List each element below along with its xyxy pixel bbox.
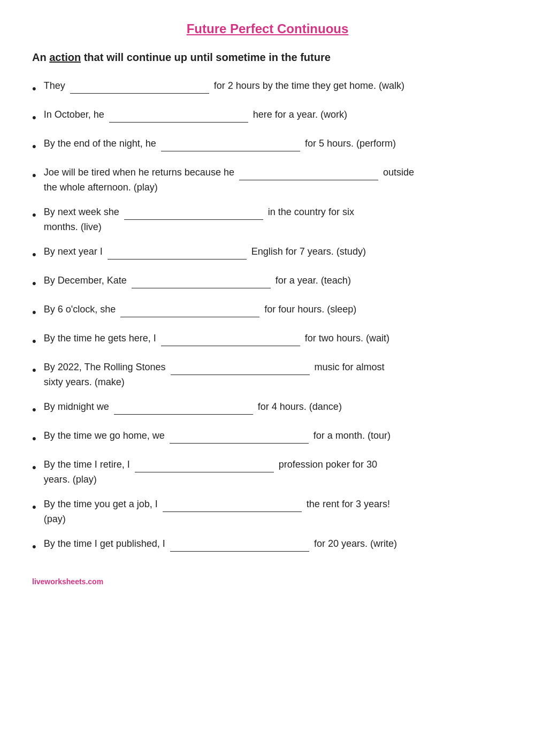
sentence-content: In October, he here for a year. (work)	[44, 108, 503, 123]
answer-blank[interactable]	[109, 110, 248, 123]
bullet: •	[32, 80, 36, 98]
sentence-left: By 6 o'clock, she	[44, 304, 116, 315]
answer-blank[interactable]	[171, 363, 310, 375]
list-item: • In October, he here for a year. (work)	[32, 108, 503, 127]
sentence-left: By next week she	[44, 207, 119, 217]
answer-blank[interactable]	[161, 139, 300, 151]
sentence-content: Joe will be tired when he returns becaus…	[44, 165, 503, 195]
subtitle: An action that will continue up until so…	[32, 51, 503, 64]
sentence-content: By 6 o'clock, she for four hours. (sleep…	[44, 302, 503, 317]
bullet: •	[32, 138, 36, 156]
sentence-content: By the time I get published, I for 20 ye…	[44, 537, 503, 552]
list-item: • By December, Kate for a year. (teach)	[32, 273, 503, 293]
sentence-right: outside	[383, 167, 414, 178]
list-item: • By next year I English for 7 years. (s…	[32, 245, 503, 264]
sentence-right: here for a year. (work)	[253, 109, 347, 120]
subtitle-suffix: that will continue up until sometime in …	[81, 51, 331, 63]
sentence-continuation: sixty years. (make)	[44, 377, 125, 387]
sentence-right: for 2 hours by the time they get home. (…	[214, 80, 404, 91]
brand-suffix: .com	[86, 577, 103, 586]
sentence-left: By the time you get a job, I	[44, 499, 158, 509]
sentence-right: for 5 hours. (perform)	[305, 138, 396, 149]
bullet: •	[32, 109, 36, 127]
list-item: • By midnight we for 4 hours. (dance)	[32, 400, 503, 419]
sentence-left: By the time I retire, I	[44, 459, 130, 470]
brand-worksheets: worksheets	[44, 577, 86, 586]
list-item: • By the time you get a job, I the rent …	[32, 497, 503, 527]
footer: liveworksheets.com	[32, 577, 503, 586]
bullet: •	[32, 206, 36, 224]
sentence-continuation: (pay)	[44, 514, 66, 524]
sentence-content: By the time we go home, we for a month. …	[44, 429, 503, 444]
sentence-right: in the country for six	[268, 207, 354, 217]
sentence-content: By the time you get a job, I the rent fo…	[44, 497, 503, 527]
sentence-continuation: years. (play)	[44, 474, 97, 485]
answer-blank[interactable]	[124, 208, 263, 220]
sentence-content: By midnight we for 4 hours. (dance)	[44, 400, 503, 415]
list-item: • By the time I retire, I profession pok…	[32, 457, 503, 487]
sentence-content: By the time I retire, I profession poker…	[44, 457, 503, 487]
answer-blank[interactable]	[70, 81, 209, 94]
sentence-continuation: months. (live)	[44, 222, 102, 232]
subtitle-keyword: action	[49, 51, 81, 63]
sentence-content: By December, Kate for a year. (teach)	[44, 273, 503, 288]
answer-blank[interactable]	[170, 539, 309, 551]
answer-blank[interactable]	[170, 431, 309, 444]
sentence-right: for a year. (teach)	[276, 275, 351, 286]
list-item: • By the time we go home, we for a month…	[32, 429, 503, 448]
sentence-left: By midnight we	[44, 401, 109, 412]
bullet: •	[32, 361, 36, 379]
bullet: •	[32, 498, 36, 516]
brand-live: live	[32, 577, 44, 586]
sentence-left: By next year I	[44, 246, 103, 257]
sentence-content: By the end of the night, he for 5 hours.…	[44, 136, 503, 151]
sentence-right: for a month. (tour)	[314, 430, 391, 441]
sentence-left: Joe will be tired when he returns becaus…	[44, 167, 234, 178]
answer-blank[interactable]	[120, 305, 259, 317]
list-item: • By 2022, The Rolling Stones music for …	[32, 360, 503, 390]
sentence-continuation: the whole afternoon. (play)	[44, 182, 158, 193]
sentence-left: By December, Kate	[44, 275, 127, 286]
list-item: • Joe will be tired when he returns beca…	[32, 165, 503, 195]
subtitle-prefix: An	[32, 51, 49, 63]
answer-blank[interactable]	[239, 168, 378, 180]
list-item: • By 6 o'clock, she for four hours. (sle…	[32, 302, 503, 322]
sentence-left: By the time I get published, I	[44, 538, 165, 549]
answer-blank[interactable]	[108, 247, 247, 259]
answer-blank[interactable]	[135, 460, 274, 472]
brand-logo: liveworksheets.com	[32, 577, 103, 586]
answer-blank[interactable]	[163, 499, 302, 511]
answer-blank[interactable]	[114, 402, 253, 415]
list-item: • By the end of the night, he for 5 hour…	[32, 136, 503, 156]
sentence-content: By 2022, The Rolling Stones music for al…	[44, 360, 503, 390]
sentence-right: for 4 hours. (dance)	[258, 401, 342, 412]
sentence-left: By the end of the night, he	[44, 138, 156, 149]
page-title: Future Perfect Continuous	[32, 21, 503, 36]
sentence-left: By the time we go home, we	[44, 430, 165, 441]
sentence-right: music for almost	[315, 362, 385, 372]
sentence-right: for four hours. (sleep)	[264, 304, 356, 315]
sentence-content: By next week she in the country for six …	[44, 205, 503, 235]
sentence-left: By the time he gets here, I	[44, 333, 156, 343]
bullet: •	[32, 274, 36, 293]
bullet: •	[32, 246, 36, 264]
answer-blank[interactable]	[161, 334, 300, 346]
sentence-right: the rent for 3 years!	[307, 499, 390, 509]
bullet: •	[32, 430, 36, 448]
sentence-left: In October, he	[44, 109, 104, 120]
bullet: •	[32, 401, 36, 419]
bullet: •	[32, 166, 36, 185]
sentence-right: profession poker for 30	[279, 459, 377, 470]
list-item: • By the time he gets here, I for two ho…	[32, 331, 503, 350]
sentence-left: By 2022, The Rolling Stones	[44, 362, 166, 372]
answer-blank[interactable]	[132, 276, 271, 288]
bullet: •	[32, 538, 36, 556]
list-item: • By the time I get published, I for 20 …	[32, 537, 503, 556]
bullet: •	[32, 303, 36, 322]
sentence-right: for two hours. (wait)	[305, 333, 389, 343]
bullet: •	[32, 332, 36, 350]
sentence-list: • They for 2 hours by the time they get …	[32, 79, 503, 556]
list-item: • They for 2 hours by the time they get …	[32, 79, 503, 98]
bullet: •	[32, 459, 36, 477]
list-item: • By next week she in the country for si…	[32, 205, 503, 235]
